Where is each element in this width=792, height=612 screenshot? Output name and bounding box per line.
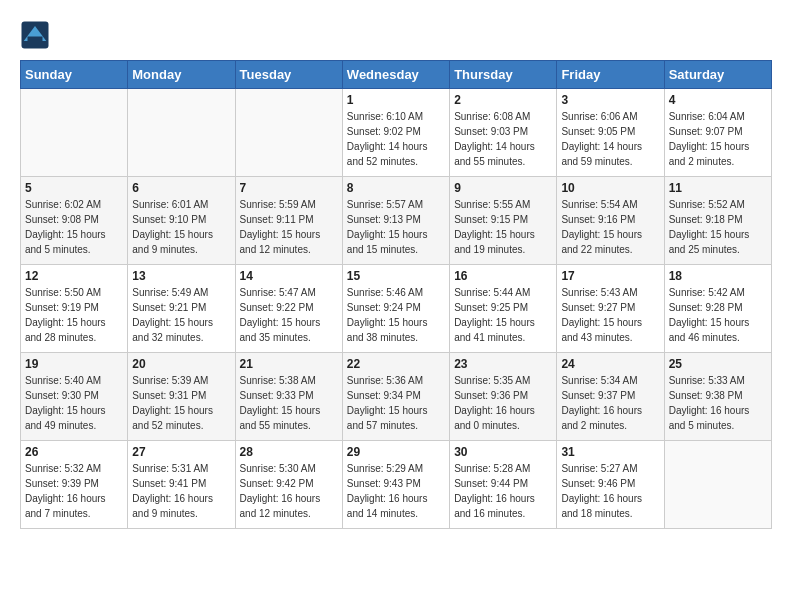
day-number: 28 (240, 445, 338, 459)
header-day-sunday: Sunday (21, 61, 128, 89)
day-info: Sunrise: 5:50 AM Sunset: 9:19 PM Dayligh… (25, 285, 123, 345)
day-number: 9 (454, 181, 552, 195)
calendar-cell: 1Sunrise: 6:10 AM Sunset: 9:02 PM Daylig… (342, 89, 449, 177)
calendar-cell: 8Sunrise: 5:57 AM Sunset: 9:13 PM Daylig… (342, 177, 449, 265)
calendar-cell: 21Sunrise: 5:38 AM Sunset: 9:33 PM Dayli… (235, 353, 342, 441)
calendar-cell: 17Sunrise: 5:43 AM Sunset: 9:27 PM Dayli… (557, 265, 664, 353)
header-day-tuesday: Tuesday (235, 61, 342, 89)
day-number: 13 (132, 269, 230, 283)
day-number: 25 (669, 357, 767, 371)
header-day-thursday: Thursday (450, 61, 557, 89)
day-info: Sunrise: 6:08 AM Sunset: 9:03 PM Dayligh… (454, 109, 552, 169)
calendar-cell: 12Sunrise: 5:50 AM Sunset: 9:19 PM Dayli… (21, 265, 128, 353)
day-number: 18 (669, 269, 767, 283)
day-info: Sunrise: 5:59 AM Sunset: 9:11 PM Dayligh… (240, 197, 338, 257)
calendar-cell: 4Sunrise: 6:04 AM Sunset: 9:07 PM Daylig… (664, 89, 771, 177)
calendar-week-3: 12Sunrise: 5:50 AM Sunset: 9:19 PM Dayli… (21, 265, 772, 353)
day-info: Sunrise: 6:06 AM Sunset: 9:05 PM Dayligh… (561, 109, 659, 169)
header-day-monday: Monday (128, 61, 235, 89)
header-day-wednesday: Wednesday (342, 61, 449, 89)
calendar-cell (128, 89, 235, 177)
day-info: Sunrise: 5:30 AM Sunset: 9:42 PM Dayligh… (240, 461, 338, 521)
day-number: 1 (347, 93, 445, 107)
day-info: Sunrise: 5:28 AM Sunset: 9:44 PM Dayligh… (454, 461, 552, 521)
calendar-cell: 3Sunrise: 6:06 AM Sunset: 9:05 PM Daylig… (557, 89, 664, 177)
day-number: 3 (561, 93, 659, 107)
calendar-cell: 19Sunrise: 5:40 AM Sunset: 9:30 PM Dayli… (21, 353, 128, 441)
header-day-saturday: Saturday (664, 61, 771, 89)
day-number: 30 (454, 445, 552, 459)
calendar-cell: 27Sunrise: 5:31 AM Sunset: 9:41 PM Dayli… (128, 441, 235, 529)
header-day-friday: Friday (557, 61, 664, 89)
calendar-cell: 5Sunrise: 6:02 AM Sunset: 9:08 PM Daylig… (21, 177, 128, 265)
day-info: Sunrise: 6:01 AM Sunset: 9:10 PM Dayligh… (132, 197, 230, 257)
calendar-cell (21, 89, 128, 177)
calendar-header: SundayMondayTuesdayWednesdayThursdayFrid… (21, 61, 772, 89)
logo (20, 20, 54, 50)
day-info: Sunrise: 5:32 AM Sunset: 9:39 PM Dayligh… (25, 461, 123, 521)
calendar-cell: 22Sunrise: 5:36 AM Sunset: 9:34 PM Dayli… (342, 353, 449, 441)
day-info: Sunrise: 5:36 AM Sunset: 9:34 PM Dayligh… (347, 373, 445, 433)
calendar-week-1: 1Sunrise: 6:10 AM Sunset: 9:02 PM Daylig… (21, 89, 772, 177)
day-info: Sunrise: 5:39 AM Sunset: 9:31 PM Dayligh… (132, 373, 230, 433)
day-number: 4 (669, 93, 767, 107)
day-number: 20 (132, 357, 230, 371)
day-number: 15 (347, 269, 445, 283)
day-info: Sunrise: 5:38 AM Sunset: 9:33 PM Dayligh… (240, 373, 338, 433)
day-number: 2 (454, 93, 552, 107)
calendar-cell: 2Sunrise: 6:08 AM Sunset: 9:03 PM Daylig… (450, 89, 557, 177)
day-number: 8 (347, 181, 445, 195)
day-info: Sunrise: 5:40 AM Sunset: 9:30 PM Dayligh… (25, 373, 123, 433)
calendar-cell: 15Sunrise: 5:46 AM Sunset: 9:24 PM Dayli… (342, 265, 449, 353)
calendar-cell: 16Sunrise: 5:44 AM Sunset: 9:25 PM Dayli… (450, 265, 557, 353)
day-number: 19 (25, 357, 123, 371)
day-number: 17 (561, 269, 659, 283)
day-info: Sunrise: 5:43 AM Sunset: 9:27 PM Dayligh… (561, 285, 659, 345)
day-info: Sunrise: 5:47 AM Sunset: 9:22 PM Dayligh… (240, 285, 338, 345)
day-info: Sunrise: 5:55 AM Sunset: 9:15 PM Dayligh… (454, 197, 552, 257)
day-info: Sunrise: 5:34 AM Sunset: 9:37 PM Dayligh… (561, 373, 659, 433)
day-number: 21 (240, 357, 338, 371)
calendar-cell: 13Sunrise: 5:49 AM Sunset: 9:21 PM Dayli… (128, 265, 235, 353)
day-info: Sunrise: 6:10 AM Sunset: 9:02 PM Dayligh… (347, 109, 445, 169)
calendar-table: SundayMondayTuesdayWednesdayThursdayFrid… (20, 60, 772, 529)
logo-icon (20, 20, 50, 50)
calendar-cell: 31Sunrise: 5:27 AM Sunset: 9:46 PM Dayli… (557, 441, 664, 529)
calendar-cell: 25Sunrise: 5:33 AM Sunset: 9:38 PM Dayli… (664, 353, 771, 441)
day-number: 24 (561, 357, 659, 371)
day-number: 10 (561, 181, 659, 195)
day-info: Sunrise: 5:46 AM Sunset: 9:24 PM Dayligh… (347, 285, 445, 345)
day-info: Sunrise: 5:52 AM Sunset: 9:18 PM Dayligh… (669, 197, 767, 257)
calendar-cell: 9Sunrise: 5:55 AM Sunset: 9:15 PM Daylig… (450, 177, 557, 265)
day-info: Sunrise: 6:04 AM Sunset: 9:07 PM Dayligh… (669, 109, 767, 169)
day-info: Sunrise: 5:35 AM Sunset: 9:36 PM Dayligh… (454, 373, 552, 433)
calendar-cell: 24Sunrise: 5:34 AM Sunset: 9:37 PM Dayli… (557, 353, 664, 441)
day-number: 5 (25, 181, 123, 195)
calendar-cell (664, 441, 771, 529)
calendar-cell: 30Sunrise: 5:28 AM Sunset: 9:44 PM Dayli… (450, 441, 557, 529)
day-number: 14 (240, 269, 338, 283)
day-number: 29 (347, 445, 445, 459)
page-header (20, 20, 772, 50)
day-number: 27 (132, 445, 230, 459)
day-info: Sunrise: 5:33 AM Sunset: 9:38 PM Dayligh… (669, 373, 767, 433)
day-info: Sunrise: 6:02 AM Sunset: 9:08 PM Dayligh… (25, 197, 123, 257)
calendar-cell: 10Sunrise: 5:54 AM Sunset: 9:16 PM Dayli… (557, 177, 664, 265)
day-info: Sunrise: 5:49 AM Sunset: 9:21 PM Dayligh… (132, 285, 230, 345)
day-info: Sunrise: 5:29 AM Sunset: 9:43 PM Dayligh… (347, 461, 445, 521)
day-info: Sunrise: 5:31 AM Sunset: 9:41 PM Dayligh… (132, 461, 230, 521)
calendar-cell: 28Sunrise: 5:30 AM Sunset: 9:42 PM Dayli… (235, 441, 342, 529)
day-number: 12 (25, 269, 123, 283)
day-info: Sunrise: 5:57 AM Sunset: 9:13 PM Dayligh… (347, 197, 445, 257)
day-info: Sunrise: 5:54 AM Sunset: 9:16 PM Dayligh… (561, 197, 659, 257)
calendar-cell: 14Sunrise: 5:47 AM Sunset: 9:22 PM Dayli… (235, 265, 342, 353)
calendar-cell: 29Sunrise: 5:29 AM Sunset: 9:43 PM Dayli… (342, 441, 449, 529)
day-number: 6 (132, 181, 230, 195)
day-info: Sunrise: 5:44 AM Sunset: 9:25 PM Dayligh… (454, 285, 552, 345)
day-number: 7 (240, 181, 338, 195)
day-number: 23 (454, 357, 552, 371)
calendar-cell: 7Sunrise: 5:59 AM Sunset: 9:11 PM Daylig… (235, 177, 342, 265)
calendar-week-2: 5Sunrise: 6:02 AM Sunset: 9:08 PM Daylig… (21, 177, 772, 265)
day-number: 26 (25, 445, 123, 459)
day-number: 31 (561, 445, 659, 459)
